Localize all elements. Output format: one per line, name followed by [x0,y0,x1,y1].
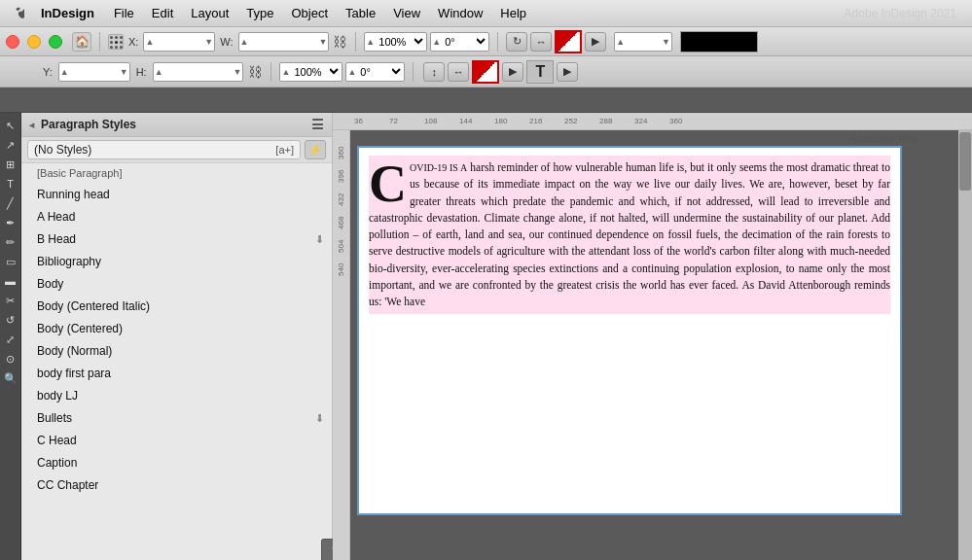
minimize-button[interactable] [27,35,41,49]
style-a-head[interactable]: A Head [21,206,332,228]
menu-view[interactable]: View [385,4,428,22]
lock-proportions2-icon[interactable]: ⛓ [247,62,263,82]
menu-file[interactable]: File [106,4,142,22]
stroke-weight-input[interactable]: 0 pt [626,33,661,51]
menu-layout[interactable]: Layout [183,4,236,22]
divider5 [413,62,414,82]
direct-select-tool[interactable]: ↗ [2,136,19,154]
scale-tool[interactable]: ⤢ [2,331,19,348]
toolbar-row2: Y: ▲ 72 pt ▼ H: ▲ 490 pt ▼ ⛓ ▲ % ▲ ° ↕ ↔… [0,56,972,88]
angle-y-input[interactable] [357,63,392,81]
home-icon[interactable]: 🏠 [72,32,91,52]
eyedropper-tool[interactable]: ⊙ [2,350,19,368]
scale-x-input[interactable] [376,33,414,51]
gap-tool[interactable]: ⊞ [2,156,19,173]
menu-edit[interactable]: Edit [144,4,181,22]
menu-table[interactable]: Table [338,4,383,22]
flip-h2-icon[interactable]: ↔ [448,62,469,82]
type-options-icon[interactable]: ▶ [557,62,578,82]
scale-y-input[interactable] [291,63,330,81]
h-input[interactable]: 490 pt [164,63,233,81]
ruler-v-mark-360: 360 [337,130,345,159]
style-body-normal[interactable]: Body (Normal) [21,340,332,363]
style-b-head[interactable]: B Head ⬇ [21,228,332,251]
running-head: Arundhati Roy [357,132,921,144]
menu-help[interactable]: Help [492,4,534,22]
scissor-tool[interactable]: ✂ [2,292,19,309]
type-T-icon[interactable]: T [526,60,554,84]
angle-y-dropdown[interactable]: ° [392,65,404,78]
tool-panel: ↖ ↗ ⊞ T ╱ ✒ ✏ ▭ ▬ ✂ ↺ ⤢ ⊙ 🔍 [0,113,21,560]
apple-menu[interactable] [8,4,27,23]
style-caption[interactable]: Caption [21,452,332,474]
stroke-options-icon[interactable]: ▶ [585,32,606,52]
y-input[interactable]: 72 pt [70,63,119,81]
no-style-selector[interactable]: (No Styles) [a+] [27,140,301,159]
ruler-mark-36: 36 [354,117,389,125]
pen-tool[interactable]: ✒ [2,214,19,231]
fill-options-icon[interactable]: ▶ [502,62,523,82]
styles-toolbar: (No Styles) [a+] ⚡ [21,137,332,163]
flip-v-icon[interactable]: ↕ [423,62,445,82]
menu-window[interactable]: Window [430,4,490,22]
line-tool[interactable]: ╱ [2,194,19,212]
w-up-arrow[interactable]: ▲ [239,37,250,47]
selection-tool[interactable]: ↖ [2,117,19,134]
ruler-horizontal: 36 72 108 144 180 216 252 288 324 360 [333,113,972,130]
style-body[interactable]: Body [21,273,332,296]
w-down-arrow[interactable]: ▼ [317,37,328,47]
scrollbar-thumb[interactable] [959,132,971,191]
type-tool[interactable]: T [2,175,19,192]
ruler-mark-252: 252 [564,117,599,125]
pencil-tool[interactable]: ✏ [2,233,19,251]
sidebar: ◂ Paragraph Styles ☰ (No Styles) [a+] ⚡ … [21,113,333,560]
drop-cap: C [369,162,407,205]
ruler-mark-216: 216 [529,117,564,125]
style-basic-paragraph[interactable]: [Basic Paragraph] [21,163,332,184]
x-input[interactable]: 63 pt [155,33,203,51]
angle-x-input[interactable] [442,33,477,51]
maximize-button[interactable] [49,35,62,49]
rect-tool[interactable]: ▬ [2,272,19,290]
lock-proportions-icon[interactable]: ⛓ [332,32,347,52]
style-bullets[interactable]: Bullets ⬇ [21,407,332,430]
scale-x-dropdown[interactable]: % [414,35,426,48]
style-cc-chapter[interactable]: CC Chapter [21,474,332,497]
fill-color-box[interactable] [472,60,499,84]
x-label: X: [128,36,138,48]
rect-frame-tool[interactable]: ▭ [2,253,19,270]
style-body-centered[interactable]: Body (Centered) [21,318,332,340]
new-style-btn[interactable]: ⚡ [305,140,326,159]
zoom-tool[interactable]: 🔍 [2,369,19,387]
menu-object[interactable]: Object [284,4,337,22]
style-body-lj[interactable]: body LJ [21,385,332,407]
w-input[interactable]: 315.257 pt [249,33,317,51]
style-bibliography[interactable]: Bibliography [21,251,332,273]
close-button[interactable] [6,35,19,49]
style-c-head[interactable]: C Head [21,430,332,452]
rotate-tool[interactable]: ↺ [2,311,19,329]
ruler-mark-108: 108 [424,117,459,125]
origin-point[interactable] [108,34,124,50]
app-name[interactable]: InDesign [35,6,100,20]
vertical-scrollbar[interactable] [958,130,972,560]
style-body-first-para[interactable]: body first para [21,363,332,385]
ruler-mark-360: 360 [669,117,704,125]
x-up-arrow[interactable]: ▲ [144,37,155,47]
sidebar-collapse-icon[interactable]: ◂ [29,120,37,130]
rotate-cw-icon[interactable]: ↻ [506,32,527,52]
stroke-style-preview[interactable] [680,31,758,52]
angle-x-dropdown[interactable]: ° [477,35,488,48]
menu-type[interactable]: Type [238,4,281,22]
bullets-icon: ⬇ [315,412,324,425]
flip-h-icon[interactable]: ↔ [530,32,552,52]
stroke-color-box[interactable] [555,30,582,53]
scale-y-dropdown[interactable]: % [330,65,342,78]
b-head-icon: ⬇ [315,233,324,246]
sidebar-menu-icon[interactable]: ☰ [311,117,324,132]
text-frame[interactable]: C OVID-19 IS A harsh reminder of how vul… [357,146,902,515]
style-running-head[interactable]: Running head [21,184,332,206]
style-body-centered-italic[interactable]: Body (Centered Italic) [21,296,332,318]
x-down-arrow[interactable]: ▼ [203,37,214,47]
ruler-vertical: 360 396 432 468 504 540 [333,130,350,560]
